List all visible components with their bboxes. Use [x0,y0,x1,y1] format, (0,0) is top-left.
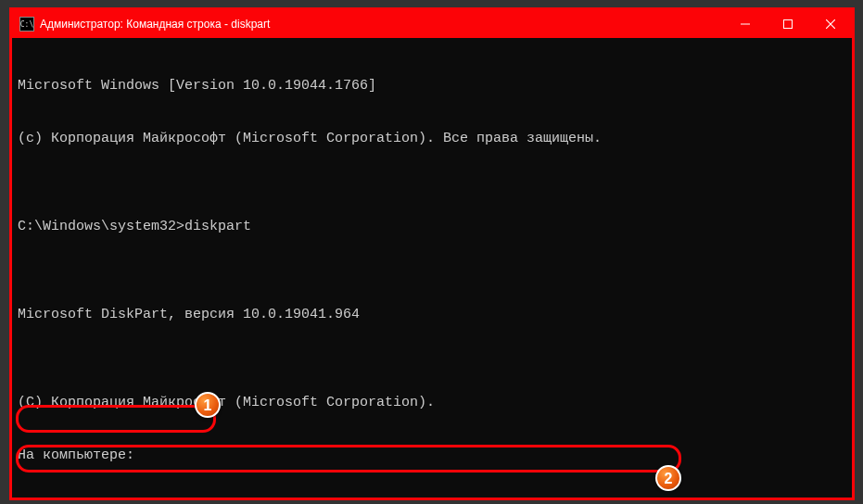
terminal-line: Microsoft Windows [Version 10.0.19044.17… [18,77,846,94]
terminal-line: (c) Корпорация Майкрософт (Microsoft Cor… [18,130,846,147]
maximize-icon [783,19,793,29]
minimize-button[interactable] [724,10,767,38]
cmd-window: C:\ Администратор: Командная строка - di… [9,7,855,500]
annotation-badge-2: 2 [655,465,681,491]
terminal-line: (C) Корпорация Майкрософт (Microsoft Cor… [18,394,846,411]
close-icon [826,19,835,29]
cmd-icon: C:\ [19,17,34,32]
terminal-line: C:\Windows\system32>diskpart [18,218,846,235]
maximize-button[interactable] [767,10,809,38]
terminal-line: На компьютере: [18,447,846,464]
close-button[interactable] [809,10,852,38]
titlebar[interactable]: C:\ Администратор: Командная строка - di… [12,10,852,38]
terminal-line: Microsoft DiskPart, версия 10.0.19041.96… [18,306,846,323]
svg-rect-0 [784,20,793,29]
window-title: Администратор: Командная строка - diskpa… [40,18,270,31]
minimize-icon [741,19,750,29]
terminal-body[interactable]: Microsoft Windows [Version 10.0.19044.17… [12,38,852,498]
